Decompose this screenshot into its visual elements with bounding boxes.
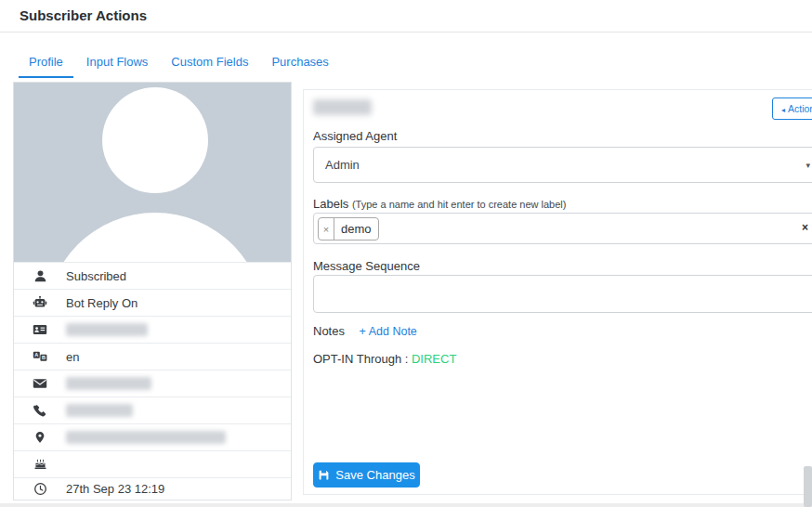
- scrollbar-thumb[interactable]: [804, 466, 812, 507]
- header-divider: [0, 32, 812, 32]
- subscriber-summary-card: Subscribed Bot Reply On AB en: [13, 82, 292, 500]
- id-card-icon: [33, 322, 47, 337]
- notes-section: Notes + Add Note: [313, 324, 417, 338]
- email-redacted: [66, 377, 151, 390]
- row-bot-reply: Bot Reply On: [14, 289, 291, 316]
- assigned-agent-select[interactable]: Admin ▾: [313, 147, 812, 183]
- row-email: [14, 370, 291, 396]
- labels-input[interactable]: × demo ×: [313, 213, 812, 244]
- row-birthday: [14, 450, 291, 477]
- optin-value: DIRECT: [412, 352, 456, 366]
- message-sequence-input[interactable]: [313, 275, 812, 313]
- caret-left-icon: ◂: [781, 106, 785, 114]
- optin-section: OPT-IN Through : DIRECT: [313, 352, 456, 366]
- save-changes-button[interactable]: Save Changes: [313, 462, 420, 488]
- language-text: en: [66, 350, 79, 364]
- notes-label: Notes: [313, 324, 345, 338]
- assigned-agent-value: Admin: [325, 158, 360, 172]
- row-subscriber-id: [14, 316, 291, 343]
- row-subscribed-date: 27th Sep 23 12:19: [14, 477, 291, 500]
- remove-label-icon[interactable]: ×: [319, 218, 334, 240]
- subscribed-date-text: 27th Sep 23 12:19: [66, 482, 164, 496]
- page-bottom-edge: [0, 503, 812, 507]
- svg-text:A: A: [34, 352, 38, 358]
- add-note-button[interactable]: + Add Note: [360, 325, 417, 338]
- tab-purchases[interactable]: Purchases: [261, 48, 338, 78]
- row-status: Subscribed: [14, 262, 291, 289]
- bot-reply-text: Bot Reply On: [66, 296, 138, 310]
- row-phone: [14, 396, 291, 423]
- location-pin-icon: [33, 431, 47, 444]
- tab-input-flows[interactable]: Input Flows: [76, 48, 158, 78]
- labels-label-text: Labels: [313, 197, 348, 211]
- subscriber-details-panel: ◂Actions Assigned Agent Admin ▾ Labels (…: [303, 89, 812, 495]
- page-title: Subscriber Actions: [20, 7, 147, 23]
- status-text: Subscribed: [66, 269, 126, 283]
- phone-icon: [33, 404, 47, 417]
- robot-icon: [33, 295, 47, 310]
- subscriber-id-redacted: [66, 323, 148, 336]
- plus-icon: +: [360, 325, 366, 338]
- optin-label: OPT-IN Through :: [313, 352, 408, 366]
- svg-text:B: B: [42, 355, 46, 360]
- label-tag: × demo: [318, 217, 379, 240]
- birthday-cake-icon: [33, 458, 47, 472]
- save-button-label: Save Changes: [335, 468, 414, 482]
- label-tag-text: demo: [334, 218, 378, 240]
- message-sequence-label: Message Sequence: [313, 259, 420, 273]
- envelope-icon: [33, 376, 47, 391]
- tab-custom-fields[interactable]: Custom Fields: [161, 48, 258, 78]
- actions-button-label: Actions: [788, 103, 812, 114]
- labels-label: Labels (Type a name and hit enter to cre…: [313, 197, 566, 211]
- labels-hint: (Type a name and hit enter to create new…: [352, 199, 567, 210]
- row-language: AB en: [14, 343, 291, 370]
- tab-bar: Profile Input Flows Custom Fields Purcha…: [19, 48, 342, 78]
- location-redacted: [66, 431, 226, 444]
- avatar: [14, 83, 291, 262]
- assigned-agent-label: Assigned Agent: [313, 129, 397, 143]
- row-location: [14, 423, 291, 450]
- clock-icon: [33, 482, 47, 496]
- user-icon: [33, 269, 47, 283]
- phone-redacted: [66, 404, 133, 417]
- save-icon: [318, 469, 330, 481]
- language-icon: AB: [33, 349, 47, 364]
- chevron-down-icon: ▾: [805, 161, 810, 170]
- actions-button[interactable]: ◂Actions: [772, 98, 812, 120]
- add-note-label: Add Note: [369, 325, 417, 338]
- subscriber-name-redacted: [313, 99, 372, 115]
- tab-profile[interactable]: Profile: [19, 48, 73, 78]
- clear-labels-icon[interactable]: ×: [802, 222, 808, 233]
